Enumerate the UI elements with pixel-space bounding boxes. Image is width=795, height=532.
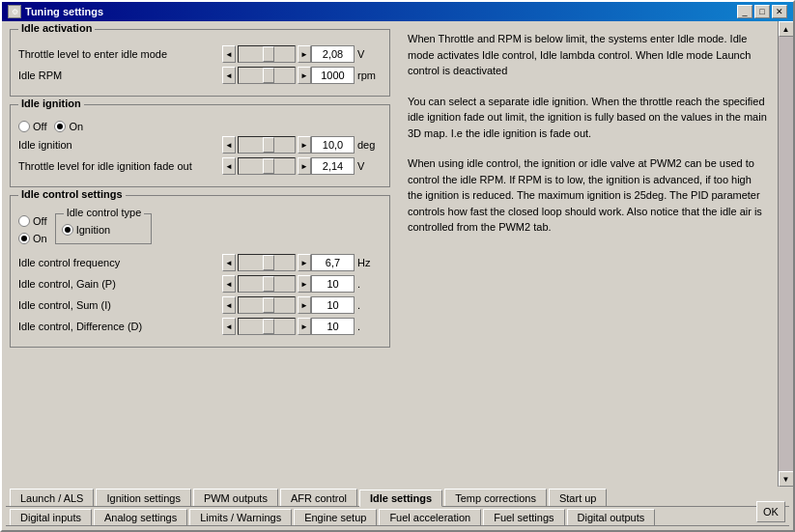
diff-right-arrow[interactable]: ► [298,318,311,335]
scroll-up-button[interactable]: ▲ [779,21,794,37]
idle-type-title: Idle control type [64,207,145,218]
idle-type-ignition-radio[interactable]: Ignition [62,224,145,236]
idle-ign-on-circle[interactable] [54,121,66,132]
diff-slider[interactable]: ◄ ► [222,318,311,335]
gain-value: 10 [311,275,355,293]
tab-analog-settings[interactable]: Analog settings [94,509,187,525]
freq-slider[interactable]: ◄ ► [222,254,311,271]
scrollbar[interactable]: ▲ ▼ [778,21,793,487]
gain-slider[interactable]: ◄ ► [222,275,311,293]
right-text-1: When Throttle and RPM is below limit, th… [408,31,768,79]
idle-ign-slider[interactable]: ◄ ► [222,136,311,154]
main-window: ⚙ Tuning settings _ □ ✕ Idle activation … [0,0,795,532]
fade-slider[interactable]: ◄ ► [222,157,311,175]
close-button[interactable]: ✕ [772,5,787,18]
minimize-button[interactable]: _ [737,5,752,18]
title-bar-left: ⚙ Tuning settings [8,5,103,18]
tab-pwm-outputs[interactable]: PWM outputs [193,489,278,506]
ok-button[interactable]: OK [756,501,785,522]
sum-right-arrow[interactable]: ► [298,296,311,314]
sum-left-arrow[interactable]: ◄ [222,296,236,314]
title-buttons: _ □ ✕ [737,5,787,18]
idle-type-ignition-label: Ignition [76,224,110,236]
freq-track[interactable] [238,254,296,271]
idle-ignition-title: Idle ignition [18,98,84,109]
idle-type-box: Idle control type Ignition [55,213,152,244]
tab-start-up[interactable]: Start up [549,489,608,506]
tab-fuel-settings[interactable]: Fuel settings [483,509,564,525]
ign-unit: deg [357,139,382,151]
idle-activation-group: Idle activation Throttle level to enter … [10,29,390,97]
rpm-left-arrow[interactable]: ◄ [222,67,236,84]
freq-left-arrow[interactable]: ◄ [222,254,236,271]
rpm-track[interactable] [238,67,296,84]
scroll-down-button[interactable]: ▼ [779,471,794,487]
freq-value: 6,7 [311,254,355,271]
idle-control-group: Idle control settings Off On [10,195,390,348]
idle-ctrl-off-label: Off [33,215,46,227]
tab-digital-outputs[interactable]: Digital outputs [567,509,656,525]
tab-row-2: Digital inputsAnalog settingsLimits / Wa… [6,507,789,526]
right-panel: When Throttle and RPM is below limit, th… [398,21,778,487]
throttle-value: 2,08 [311,45,355,63]
idle-type-ignition-circle[interactable] [62,224,73,236]
fade-left-arrow[interactable]: ◄ [222,157,236,175]
tab-afr-control[interactable]: AFR control [280,489,357,506]
ign-left-arrow[interactable]: ◄ [222,136,236,154]
freq-row: Idle control frequency ◄ ► 6,7 Hz [18,254,382,271]
idle-ctrl-on-circle[interactable] [18,233,30,244]
scroll-track[interactable] [779,37,794,471]
idle-rpm-label: Idle RPM [18,70,222,81]
fade-track[interactable] [238,157,296,175]
idle-ctrl-off-radio[interactable]: Off [18,215,47,227]
idle-rpm-slider[interactable]: ◄ ► [222,67,311,84]
throttle-track[interactable] [238,45,296,63]
sum-label: Idle control, Sum (I) [18,299,222,311]
sum-slider[interactable]: ◄ ► [222,296,311,314]
tab-idle-settings[interactable]: Idle settings [359,490,442,507]
sum-track[interactable] [238,296,296,314]
tab-engine-setup[interactable]: Engine setup [294,509,377,525]
fade-unit: V [357,160,382,172]
throttle-right-arrow[interactable]: ► [298,45,311,63]
diff-label: Idle control, Difference (D) [18,321,222,332]
gain-track[interactable] [238,275,296,293]
idle-ign-label: Idle ignition [18,139,222,151]
ign-right-arrow[interactable]: ► [298,136,311,154]
main-content: Idle activation Throttle level to enter … [2,21,793,487]
ign-track[interactable] [238,136,296,154]
tab-launch-/-als[interactable]: Launch / ALS [10,489,94,506]
throttle-label: Throttle level to enter idle mode [18,48,222,60]
idle-ign-row: Idle ignition ◄ ► 10,0 deg [18,136,382,154]
idle-ctrl-on-radio[interactable]: On [18,233,47,244]
freq-label: Idle control frequency [18,257,222,268]
ign-value: 10,0 [311,136,355,154]
tab-temp-corrections[interactable]: Temp corrections [444,489,547,506]
rpm-value: 1000 [311,67,355,84]
fade-right-arrow[interactable]: ► [298,157,311,175]
idle-rpm-row: Idle RPM ◄ ► 1000 rpm [18,67,382,84]
throttle-row: Throttle level to enter idle mode ◄ ► 2,… [18,45,382,63]
idle-ign-off-radio[interactable]: Off [18,121,46,132]
idle-ctrl-on-label: On [33,233,47,244]
tab-ignition-settings[interactable]: Ignition settings [96,489,190,506]
tab-digital-inputs[interactable]: Digital inputs [10,509,92,525]
idle-ign-off-circle[interactable] [18,121,30,132]
throttle-left-arrow[interactable]: ◄ [222,45,236,63]
idle-ign-on-radio[interactable]: On [54,121,83,132]
rpm-right-arrow[interactable]: ► [298,67,311,84]
diff-track[interactable] [238,318,296,335]
freq-right-arrow[interactable]: ► [298,254,311,271]
tab-limits-/-warnings[interactable]: Limits / Warnings [189,509,292,525]
diff-unit: . [357,321,382,332]
idle-ignition-group: Idle ignition Off On Idle ignition ◄ [10,104,390,187]
right-text-3: When using idle control, the ignition or… [408,155,768,236]
rpm-unit: rpm [357,70,382,81]
gain-left-arrow[interactable]: ◄ [222,275,236,293]
diff-left-arrow[interactable]: ◄ [222,318,236,335]
tab-fuel-acceleration[interactable]: Fuel acceleration [379,509,481,525]
idle-ctrl-off-circle[interactable] [18,215,30,227]
gain-right-arrow[interactable]: ► [298,275,311,293]
maximize-button[interactable]: □ [754,5,770,18]
throttle-slider[interactable]: ◄ ► [222,45,311,63]
